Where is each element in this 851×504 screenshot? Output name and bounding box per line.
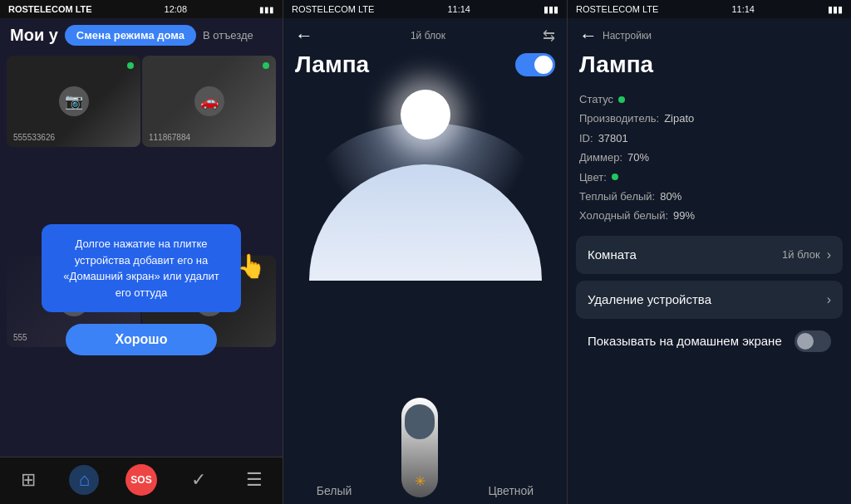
hand-icon: 👆 <box>237 249 266 284</box>
panel-my-devices: ROSTELECOM LTE 12:08 ▮▮▮ Мои у Смена реж… <box>0 0 283 504</box>
color-dot-panel3 <box>612 174 618 180</box>
panel-lamp-control: ROSTELECOM LTE 11:14 ▮▮▮ ← 1й блок ⇆ Лам… <box>283 0 567 504</box>
color-label-p3: Цвет: <box>579 168 607 187</box>
dimmer-row: Диммер: 70% <box>579 148 839 167</box>
camera-tile-1[interactable]: 📷 555533626 <box>7 56 140 147</box>
online-dot-panel3 <box>618 96 625 103</box>
settings-label: Настройки <box>603 30 652 42</box>
white-label: Белый <box>317 484 352 497</box>
page-title-panel1: Мои у <box>10 26 58 45</box>
status-row: Статус <box>579 90 839 109</box>
check-nav-icon[interactable]: ✓ <box>184 465 214 495</box>
cold-white-label: Холодный белый: <box>579 206 668 225</box>
status-bar-panel2: ROSTELECOM LTE 11:14 ▮▮▮ <box>283 0 567 18</box>
battery-panel2: ▮▮▮ <box>544 4 558 15</box>
camera-icon-2: 🚗 <box>194 86 224 116</box>
warm-white-row: Теплый белый: 80% <box>579 187 839 206</box>
online-dot-2 <box>263 62 269 69</box>
warm-white-value: 80% <box>660 187 681 206</box>
id-row: ID: 37801 <box>579 129 839 148</box>
manufacturer-label: Производитель: <box>579 109 659 128</box>
grid-nav-icon[interactable]: ⊞ <box>13 465 43 495</box>
room-row-right: 1й блок › <box>782 247 831 262</box>
back-button-panel2[interactable]: ← <box>295 25 313 46</box>
lamp-title-panel3: Лампа <box>579 51 653 77</box>
chevron-icon-room: › <box>827 247 831 262</box>
panel2-nav: ← 1й блок ⇆ <box>283 18 567 46</box>
color-row: Цвет: <box>579 168 839 187</box>
menu-nav-icon[interactable]: ☰ <box>239 465 269 495</box>
carrier-panel1: ROSTELECOM LTE <box>8 4 92 14</box>
delete-device-row[interactable]: Удаление устройства › <box>576 281 843 319</box>
status-bar-panel1: ROSTELECOM LTE 12:08 ▮▮▮ <box>0 0 283 18</box>
share-icon-panel2[interactable]: ⇆ <box>543 27 555 45</box>
status-label: Статус <box>579 90 613 109</box>
lamp-bulb <box>401 90 450 139</box>
chevron-icon-delete: › <box>827 292 831 307</box>
id-label: ID: <box>579 129 593 148</box>
panel3-nav: ← Настройки <box>568 18 851 46</box>
battery-panel3: ▮▮▮ <box>828 4 843 15</box>
sos-button[interactable]: SOS <box>125 464 157 496</box>
battery-panel1: ▮▮▮ <box>259 5 274 14</box>
bottom-nav-panel1: ⊞ ⌂ SOS ✓ ☰ <box>0 457 283 504</box>
brightness-slider[interactable]: ✳ <box>401 398 438 497</box>
carrier-panel3: ROSTELECOM LTE <box>576 4 658 14</box>
ok-button[interactable]: Хорошо <box>66 324 218 355</box>
mode-change-button[interactable]: Смена режима дома <box>65 25 196 46</box>
camera-id-2: 111867884 <box>149 133 190 142</box>
room-label: Комната <box>588 247 637 262</box>
back-button-panel3[interactable]: ← <box>579 25 598 46</box>
manufacturer-value: Zipato <box>664 109 694 128</box>
panel2-header: Лампа <box>283 46 567 81</box>
room-value: 1й блок <box>782 248 820 261</box>
camera-id-1: 555533626 <box>13 133 55 142</box>
home-nav-icon[interactable]: ⌂ <box>69 465 99 495</box>
dimmer-value: 70% <box>627 148 649 167</box>
show-home-row: Показывать на домашнем экране <box>576 319 843 364</box>
show-home-toggle[interactable] <box>794 330 831 352</box>
lamp-visual <box>283 81 567 389</box>
warm-white-label: Теплый белый: <box>579 187 655 206</box>
lamp-toggle[interactable] <box>515 53 555 76</box>
tooltip-text: Долгое нажатие на плитке устройства доба… <box>63 237 219 299</box>
info-section: Статус Производитель: Zipato ID: 37801 Д… <box>568 86 851 236</box>
dimmer-label: Диммер: <box>579 148 622 167</box>
room-settings-row[interactable]: Комната 1й блок › <box>576 236 843 274</box>
panel1-header: Мои у Смена режима дома В отъезде <box>0 18 283 52</box>
manufacturer-row: Производитель: Zipato <box>579 109 839 128</box>
slider-handle <box>405 404 435 439</box>
lamp-title-panel2: Лампа <box>295 51 369 78</box>
color-label: Цветной <box>488 484 534 497</box>
away-button[interactable]: В отъезде <box>203 29 253 42</box>
sun-icon: ✳ <box>415 473 426 489</box>
camera-icon-1: 📷 <box>59 86 89 116</box>
status-bar-panel3: ROSTELECOM LTE 11:14 ▮▮▮ <box>568 0 851 18</box>
carrier-panel2: ROSTELECOM LTE <box>292 4 374 14</box>
time-panel1: 12:08 <box>165 4 188 14</box>
block-label-panel2: 1й блок <box>411 30 445 42</box>
camera-tile-2[interactable]: 🚗 111867884 <box>142 56 276 147</box>
panel-lamp-settings: ROSTELECOM LTE 11:14 ▮▮▮ ← Настройки Лам… <box>567 0 851 504</box>
delete-label: Удаление устройства <box>588 292 711 306</box>
show-home-label: Показывать на домашнем экране <box>588 334 782 348</box>
tooltip-box: Долгое нажатие на плитке устройства доба… <box>42 224 241 312</box>
id-value: 37801 <box>598 129 628 148</box>
panel3-header: Лампа <box>568 46 851 86</box>
selector-area: Белый ✳ Цветной <box>283 389 567 504</box>
tooltip-overlay: Долгое нажатие на плитке устройства доба… <box>0 224 283 355</box>
cold-white-row: Холодный белый: 99% <box>579 206 839 225</box>
online-dot-1 <box>127 62 134 69</box>
time-panel3: 11:14 <box>731 4 755 14</box>
cold-white-value: 99% <box>673 206 695 225</box>
time-panel2: 11:14 <box>447 4 470 14</box>
settings-section: Комната 1й блок › Удаление устройства › <box>568 236 851 319</box>
